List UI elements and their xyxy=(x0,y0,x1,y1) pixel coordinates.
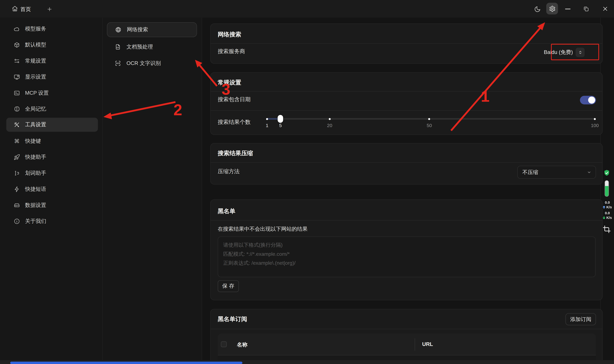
sidebar-item-data-settings[interactable]: 数据设置 xyxy=(6,198,98,212)
general-settings-card: 常规设置 搜索包含日期 搜索结果个数 1 5 20 50 100 xyxy=(210,72,603,135)
arrow-down-icon xyxy=(603,216,605,219)
sidebar-item-about[interactable]: 关于我们 xyxy=(6,214,98,228)
divider xyxy=(211,43,602,44)
arrow-up-icon xyxy=(603,206,605,209)
annotation-number-1: 1 xyxy=(481,88,489,104)
table-header-row: 名称 URL xyxy=(218,334,596,355)
method-dropdown[interactable]: 不压缩 xyxy=(517,166,596,179)
cloud-icon xyxy=(14,26,20,32)
placeholder-line: 正则表达式: /example\.(net|org)/ xyxy=(223,259,590,267)
column-header-name: 名称 xyxy=(237,341,248,348)
method-label: 压缩方法 xyxy=(218,168,240,175)
sidebar-item-label: 全局记忆 xyxy=(25,105,46,113)
add-subscription-button[interactable]: 添加订阅 xyxy=(565,313,596,325)
close-button[interactable] xyxy=(602,6,608,12)
new-tab-button[interactable] xyxy=(46,6,53,12)
sidebar-item-label: 默认模型 xyxy=(25,41,46,49)
svg-text:OCR: OCR xyxy=(116,62,120,65)
sidebar-item-tool-settings[interactable]: 工具设置 xyxy=(6,118,98,132)
sidebar-item-label: 常规设置 xyxy=(25,57,46,65)
home-tab-label[interactable]: 首页 xyxy=(20,6,31,13)
sidebar-item-quick-phrases[interactable]: 快捷短语 xyxy=(6,182,98,196)
divider xyxy=(211,91,602,91)
select-all-checkbox[interactable] xyxy=(221,341,227,347)
close-icon xyxy=(602,6,608,12)
theme-toggle-button[interactable] xyxy=(534,6,541,13)
sidebar-item-label: 数据设置 xyxy=(25,202,46,209)
ocr-icon: OCR xyxy=(115,60,121,66)
globe-icon xyxy=(115,27,121,33)
slider-label-1: 1 xyxy=(266,123,268,128)
column-separator xyxy=(415,338,415,351)
info-icon xyxy=(14,218,20,224)
submenu-item-web-search[interactable]: 网络搜索 xyxy=(107,22,197,37)
command-icon: ⌘ xyxy=(14,138,20,144)
download-speed-value: 0.0 xyxy=(601,211,614,215)
settings-button[interactable] xyxy=(546,3,558,14)
blacklist-textarea[interactable]: 请使用以下格式(换行分隔) 匹配模式: *://*.example.com/* … xyxy=(218,237,596,277)
sidebar-item-general-settings[interactable]: 常规设置 xyxy=(6,54,98,68)
add-subscription-label: 添加订阅 xyxy=(570,316,591,323)
result-count-label: 搜索结果个数 xyxy=(218,119,251,126)
screenshot-crop-icon[interactable] xyxy=(603,225,611,234)
sidebar-item-label: MCP 设置 xyxy=(25,90,49,97)
minimize-icon xyxy=(565,8,571,10)
slider-label-100: 100 xyxy=(591,123,599,128)
section-title: 搜索结果压缩 xyxy=(218,150,253,157)
result-count-slider[interactable]: 1 5 20 50 100 xyxy=(267,118,595,120)
divider xyxy=(211,220,602,221)
section-title: 网络搜索 xyxy=(218,31,241,38)
submenu-item-label: OCR 文字识别 xyxy=(126,60,161,67)
placeholder-line: 匹配模式: *://*.example.com/* xyxy=(223,249,590,258)
sidebar-item-label: 快捷短语 xyxy=(25,186,46,193)
sidebar-item-default-models[interactable]: 默认模型 xyxy=(6,38,98,52)
sidebar-item-quick-assistant[interactable]: 快捷助手 xyxy=(6,150,98,164)
sidebar-item-global-memory[interactable]: 全局记忆 xyxy=(6,102,98,116)
sidebar-item-model-services[interactable]: 模型服务 xyxy=(6,22,98,36)
sidebar-item-label: 工具设置 xyxy=(25,121,46,128)
sidebar-item-shortcuts[interactable]: ⌘ 快捷键 xyxy=(6,134,98,148)
placeholder-line: 请使用以下格式(换行分隔) xyxy=(223,240,590,249)
maximize-button[interactable] xyxy=(583,6,589,12)
sidebar-item-mcp-settings[interactable]: MCP 设置 xyxy=(6,86,98,100)
slider-tick xyxy=(594,118,596,120)
download-speed-unit: K/s xyxy=(606,216,612,220)
titlebar: 首页 xyxy=(0,0,614,18)
upload-speed-row: K/s xyxy=(601,205,614,209)
sidebar-item-label: 划词助手 xyxy=(25,170,46,177)
package-icon xyxy=(14,42,20,48)
minimize-button[interactable] xyxy=(565,8,571,10)
hard-drive-icon xyxy=(14,202,20,208)
submenu-item-doc-preprocess[interactable]: 文档预处理 xyxy=(107,39,197,54)
red-box-annotation xyxy=(551,44,599,60)
sidebar-item-label: 快捷键 xyxy=(25,138,41,145)
home-icon xyxy=(12,5,18,12)
chevron-down-icon xyxy=(587,170,592,175)
column-header-url: URL xyxy=(422,341,433,347)
moon-icon xyxy=(534,6,541,13)
slider-label-20: 20 xyxy=(327,123,332,128)
sliders-icon xyxy=(14,58,20,64)
slider-handle[interactable] xyxy=(278,115,283,123)
compression-card: 搜索结果压缩 压缩方法 不压缩 xyxy=(210,143,603,184)
app-window: 首页 xyxy=(0,0,614,364)
home-tab[interactable] xyxy=(12,5,18,12)
sidebar-item-display-settings[interactable]: 显示设置 xyxy=(6,70,98,84)
brain-icon xyxy=(14,106,20,112)
submenu-item-label: 文档预处理 xyxy=(126,43,153,51)
section-title: 黑名单 xyxy=(218,208,235,215)
annotation-number-3: 3 xyxy=(222,81,230,97)
plus-icon xyxy=(46,6,53,12)
blacklist-description: 在搜索结果中不会出现以下网站的结果 xyxy=(218,226,308,233)
security-shield-icon[interactable] xyxy=(603,169,611,177)
submenu-item-ocr[interactable]: OCR OCR 文字识别 xyxy=(107,56,197,71)
gauge-capsule[interactable] xyxy=(605,180,609,197)
include-date-toggle[interactable] xyxy=(580,96,596,104)
method-value: 不压缩 xyxy=(522,169,538,176)
sidebar-item-selection-assistant[interactable]: 划词助手 xyxy=(6,166,98,180)
web-search-card: 网络搜索 搜索服务商 Baidu (免费) xyxy=(210,24,603,64)
save-button[interactable]: 保 存 xyxy=(218,280,239,292)
slider-label-50: 50 xyxy=(427,123,432,128)
slider-tick xyxy=(428,118,430,120)
sidebar-item-label: 关于我们 xyxy=(25,218,46,225)
